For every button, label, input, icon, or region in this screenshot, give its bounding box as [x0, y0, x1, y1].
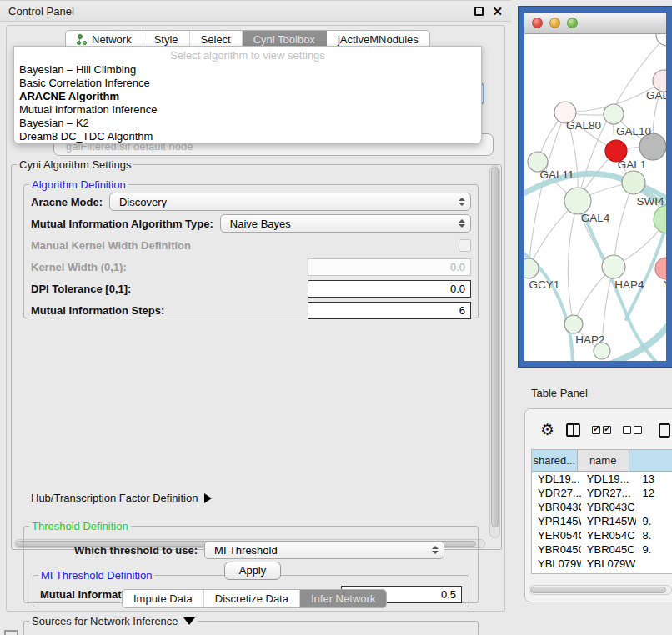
document-icon[interactable]: [659, 423, 670, 438]
control-panel-header: Control Panel ✕: [0, 0, 511, 22]
stepper-icon: [459, 198, 465, 206]
network-node-GAL4[interactable]: [564, 188, 591, 214]
table-horizontal-scrollbar[interactable]: [529, 585, 672, 595]
mi-type-combo[interactable]: Naive Bayes: [220, 214, 471, 232]
algorithm-dropdown-popup: Select algorithm to view settings Bayesi…: [13, 46, 482, 144]
algorithm-option[interactable]: Dream8 DC_TDC Algorithm: [14, 130, 481, 143]
node-label: GAL: [646, 89, 666, 102]
tab-impute-data[interactable]: Impute Data: [123, 590, 204, 608]
network-node-GCY1[interactable]: [524, 258, 539, 278]
expanded-arrow-icon: [183, 618, 195, 625]
network-node-pink2[interactable]: [655, 258, 666, 279]
cyni-settings-panel: Cyni Algorithm Settings Algorithm Defini…: [11, 158, 502, 550]
aracne-mode-combo[interactable]: Discovery: [109, 192, 471, 211]
mi-steps-field[interactable]: 6: [308, 302, 471, 319]
column-header[interactable]: shared...: [532, 450, 578, 471]
table-row[interactable]: YDR27...YDR27...12: [532, 486, 672, 500]
sources-group: Sources for Network Inference Data Attri…: [23, 615, 479, 635]
network-node-bigGreen[interactable]: [654, 205, 666, 233]
node-label: SWI4: [636, 195, 664, 208]
app-root: Control Panel ✕ NetworkStyleSelectCyni T…: [0, 0, 672, 635]
algorithm-dropdown-placeholder: Select algorithm to view settings: [14, 49, 481, 63]
table-row[interactable]: YER054CYER054C8.: [532, 528, 672, 542]
sources-title[interactable]: Sources for Network Inference: [29, 615, 198, 628]
zoom-window-icon[interactable]: [567, 18, 578, 28]
aracne-mode-label: Aracne Mode:: [31, 196, 103, 208]
network-node-HAP2[interactable]: [564, 315, 583, 333]
column-header[interactable]: name: [578, 450, 629, 471]
close-window-icon[interactable]: [532, 18, 543, 28]
close-panel-icon[interactable]: ✕: [492, 7, 503, 16]
column-header[interactable]: A: [629, 450, 672, 471]
manual-kernel-label: Manual Kernel Width Definition: [31, 239, 191, 252]
table-toolbar: ⚙: [530, 418, 672, 442]
network-node-top[interactable]: [656, 34, 666, 46]
network-view-window[interactable]: GALGAL80GAL10GAL11GAL1SWI4GAL4GCY1HAP4YH…: [519, 7, 672, 367]
tab-infer-network[interactable]: Infer Network: [300, 590, 386, 608]
table-panel-title: Table Panel: [531, 387, 588, 399]
node-label: GAL4: [581, 212, 610, 224]
table-row[interactable]: YPR145WYPR145W9.: [532, 514, 672, 528]
mi-steps-label: Mutual Information Steps:: [31, 304, 164, 317]
tab-discretize-data[interactable]: Discretize Data: [204, 590, 300, 608]
table-row[interactable]: YDL19...YDL19...13: [532, 472, 672, 486]
algorithm-option[interactable]: Mutual Information Inference: [14, 103, 481, 117]
split-columns-icon[interactable]: [566, 423, 580, 437]
kernel-width-field[interactable]: 0.0: [308, 258, 471, 276]
collapsed-arrow-icon: [204, 493, 212, 503]
table-row[interactable]: YBR043CYBR043C: [532, 500, 672, 514]
node-label: Y: [664, 278, 666, 291]
network-edge: [614, 182, 634, 267]
node-label: HAP4: [614, 278, 644, 291]
network-edge: [568, 201, 578, 324]
mi-threshold-group-title: MI Threshold Definition: [38, 569, 154, 582]
node-table: shared...nameA YDL19...YDL19...13YDR27..…: [531, 449, 672, 574]
algorithm-definition-title: Algorithm Definition: [29, 178, 128, 191]
algorithm-option[interactable]: Bayesian – K2: [14, 117, 481, 130]
node-label: GCY1: [529, 278, 560, 291]
sources-title-text: Sources for Network Inference: [32, 615, 178, 628]
which-threshold-label: Which threshold to use:: [74, 544, 198, 557]
settings-vertical-scrollbar[interactable]: [489, 165, 500, 538]
minimize-window-icon[interactable]: [549, 18, 560, 28]
minimized-panel-icon[interactable]: [4, 630, 18, 635]
float-panel-icon[interactable]: [474, 7, 484, 16]
select-all-columns-icon[interactable]: [592, 426, 611, 434]
network-window-titlebar: [524, 12, 666, 34]
table-row[interactable]: YBR045CYBR045C9.: [532, 542, 672, 557]
stepper-icon: [459, 219, 465, 228]
dpi-tolerance-field[interactable]: 0.0: [308, 280, 471, 298]
cyni-mode-tabbar: Impute DataDiscretize DataInfer Network: [122, 589, 387, 608]
table-panel: ⚙ shared...nameA YDL19...YDL19...13YDR27…: [524, 408, 672, 602]
table-row[interactable]: YBL079WYBL079W: [532, 557, 672, 571]
hub-factor-section-toggle[interactable]: Hub/Transcription Factor Definition: [31, 492, 212, 504]
threshold-definition-title: Threshold Definition: [29, 520, 131, 532]
manual-kernel-checkbox[interactable]: [459, 239, 471, 252]
control-panel-title: Control Panel: [8, 5, 74, 18]
mi-type-label: Mutual Information Algorithm Type:: [31, 218, 213, 230]
algorithm-option[interactable]: ARACNE Algorithm: [14, 90, 481, 103]
dpi-tolerance-label: DPI Tolerance [0,1]:: [31, 282, 131, 295]
node-label: HAP2: [575, 333, 604, 346]
network-node-HAP4[interactable]: [602, 255, 625, 278]
stepper-icon: [432, 546, 439, 554]
network-canvas[interactable]: GALGAL80GAL10GAL11GAL1SWI4GAL4GCY1HAP4YH…: [524, 34, 666, 361]
table-row[interactable]: YLR345WYLR345W9.: [532, 571, 672, 574]
network-icon: [77, 34, 88, 46]
deselect-all-columns-icon[interactable]: [623, 426, 642, 434]
node-label: GAL11: [539, 168, 574, 181]
algorithm-option[interactable]: Basic Correlation Inference: [14, 77, 481, 90]
algorithm-definition-group: Algorithm Definition Aracne Mode: Discov…: [23, 178, 479, 318]
node-label: GAL80: [566, 119, 601, 132]
gear-icon[interactable]: ⚙: [540, 422, 554, 438]
node-label: GAL10: [616, 125, 651, 138]
which-threshold-combo[interactable]: MI Threshold: [204, 541, 444, 559]
apply-button[interactable]: Apply: [224, 562, 281, 580]
kernel-width-label: Kernel Width (0,1):: [31, 261, 127, 273]
node-label: GAL1: [618, 158, 647, 171]
network-node-GAL1[interactable]: [622, 171, 645, 194]
algorithm-option[interactable]: Bayesian – Hill Climbing: [14, 63, 481, 77]
network-graph: GALGAL80GAL10GAL11GAL1SWI4GAL4GCY1HAP4YH…: [524, 34, 666, 361]
hub-factor-label: Hub/Transcription Factor Definition: [31, 492, 198, 504]
network-node-GAL10[interactable]: [604, 104, 624, 124]
